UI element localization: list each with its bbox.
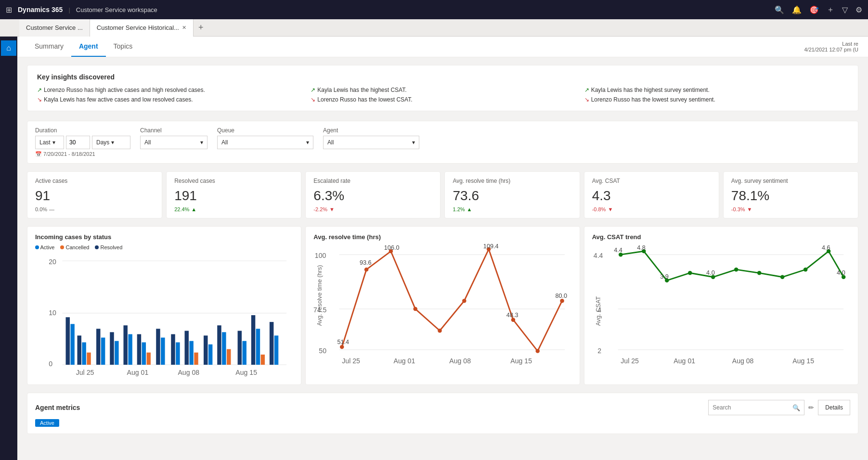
csat-title: Avg. CSAT trend: [592, 233, 850, 241]
add-tab-icon[interactable]: +: [194, 23, 208, 33]
kpi-value-resolved: 191: [174, 188, 293, 204]
svg-rect-16: [123, 325, 127, 365]
svg-text:100: 100: [315, 252, 326, 259]
filters-panel: Duration Last ▾ Days ▾: [27, 121, 858, 164]
svg-text:Aug 01: Aug 01: [127, 369, 149, 376]
kpi-change-csat: -0.8% ▼: [592, 206, 711, 212]
svg-text:0: 0: [49, 360, 52, 368]
insight-up-arrow-5: ↗: [584, 87, 589, 93]
svg-rect-11: [87, 353, 91, 365]
insight-down-arrow-4: ↘: [311, 96, 315, 103]
svg-rect-24: [176, 342, 180, 365]
main-content: Summary Agent Topics Last re 4/21/2021 1…: [17, 37, 868, 460]
close-tab-icon[interactable]: ✕: [182, 25, 186, 31]
arrow-up-icon: ▲: [191, 206, 196, 212]
channel-filter: Channel All ▾: [140, 127, 207, 149]
tab-topics[interactable]: Topics: [106, 37, 141, 57]
svg-text:48.3: 48.3: [506, 312, 518, 319]
kpi-title-csat: Avg. CSAT: [592, 178, 711, 184]
bell-icon[interactable]: 🔔: [792, 5, 802, 14]
svg-rect-10: [82, 342, 86, 365]
insight-item-5: ↗ Kayla Lewis has the highest survey sen…: [584, 87, 848, 93]
legend-cancelled: Cancelled: [60, 244, 89, 250]
agent-metrics-controls: 🔍 ✏ Details: [708, 400, 850, 415]
svg-rect-9: [78, 335, 81, 365]
svg-rect-34: [242, 341, 246, 365]
chart-legend: Active Cancelled Resolved: [35, 244, 293, 250]
svg-rect-27: [194, 353, 198, 365]
agent-metrics-card: Agent metrics 🔍 ✏ Details Active: [27, 393, 858, 434]
top-nav-icons: 🔍 🔔 🎯 ＋ ▽ ⚙: [775, 5, 862, 15]
kpi-value-csat: 4.3: [592, 188, 711, 204]
plus-icon[interactable]: ＋: [827, 5, 834, 15]
details-button[interactable]: Details: [818, 400, 850, 415]
grid-icon[interactable]: ⊞: [6, 5, 12, 14]
svg-text:4.8: 4.8: [637, 244, 646, 251]
svg-text:4.0: 4.0: [706, 270, 715, 277]
kpi-resolve-time: Avg. resolve time (hrs) 73.6 1.2% ▲: [444, 171, 580, 218]
insight-item-4: ↘ Lorenzo Russo has the lowest CSAT.: [311, 96, 574, 103]
svg-text:Jul 25: Jul 25: [76, 369, 94, 376]
queue-filter: Queue All ▾: [217, 127, 313, 149]
charts-row: Incoming cases by status Active Cancelle…: [27, 226, 858, 385]
duration-select[interactable]: Last ▾: [35, 136, 64, 149]
resolve-time-chart: Avg. resolve time (hrs) 100 74.5 50: [305, 226, 580, 385]
kpi-change-active: 0.0% —: [35, 206, 154, 212]
nav-separator: |: [68, 6, 70, 13]
svg-text:4.4: 4.4: [614, 247, 622, 254]
svg-text:Aug 01: Aug 01: [394, 357, 415, 365]
resolve-time-svg: 100 74.5 50: [313, 244, 571, 367]
kpi-csat: Avg. CSAT 4.3 -0.8% ▼: [584, 171, 719, 218]
insight-down-arrow-2: ↘: [37, 96, 42, 103]
insight-item-6: ↘ Lorenzo Russo has the lowest survey se…: [584, 96, 848, 103]
legend-dot-cancelled: [60, 245, 64, 249]
sidebar: ⌂: [0, 37, 17, 460]
insights-card: Key insights discovered ↗ Lorenzo Russo …: [27, 65, 858, 111]
dash-icon: —: [49, 206, 54, 212]
kpi-value-sentiment: 78.1%: [731, 188, 850, 204]
channel-select[interactable]: All ▾: [140, 136, 207, 149]
legend-resolved: Resolved: [95, 244, 122, 250]
sidebar-home-icon[interactable]: ⌂: [1, 40, 16, 56]
tab-summary[interactable]: Summary: [27, 37, 71, 57]
svg-point-55: [462, 299, 466, 303]
csat-trend-svg: 4.4 4 2: [592, 244, 850, 367]
svg-rect-33: [238, 331, 242, 365]
tab-customer-service[interactable]: Customer Service ...: [19, 19, 90, 37]
kpi-value-resolve: 73.6: [453, 188, 571, 204]
csat-trend-chart: Avg. CSAT trend 4.4 4 2: [584, 226, 858, 385]
svg-text:2: 2: [597, 347, 601, 355]
last-refresh: Last re 4/21/2021 12:07 pm (U: [804, 41, 858, 52]
agent-filter: Agent All ▾: [323, 127, 419, 149]
active-badge[interactable]: Active: [35, 419, 59, 427]
svg-rect-18: [137, 334, 141, 365]
svg-text:4.0: 4.0: [837, 270, 845, 277]
target-icon[interactable]: 🎯: [809, 5, 819, 14]
tab-agent[interactable]: Agent: [71, 37, 106, 57]
tab-historical[interactable]: Customer Service Historical... ✕: [90, 19, 194, 37]
settings-icon[interactable]: ⚙: [855, 5, 862, 14]
agent-select[interactable]: All ▾: [323, 136, 419, 149]
filter-icon[interactable]: ▽: [842, 5, 848, 14]
svg-text:20: 20: [49, 258, 56, 266]
svg-rect-20: [146, 353, 150, 365]
search-icon[interactable]: 🔍: [775, 5, 784, 14]
content-area: Key insights discovered ↗ Lorenzo Russo …: [17, 57, 868, 442]
svg-point-58: [536, 349, 540, 353]
svg-rect-15: [115, 341, 118, 365]
duration-unit-select[interactable]: Days ▾: [92, 136, 130, 149]
insight-item-3: ↗ Kayla Lewis has the highest CSAT.: [311, 87, 574, 93]
page-tabs: Summary Agent Topics Last re 4/21/2021 1…: [17, 37, 868, 57]
arrow-down-icon-2: ▼: [608, 206, 613, 212]
kpi-change-escalated: -2.2% ▼: [313, 206, 432, 212]
filters-row: Duration Last ▾ Days ▾: [35, 127, 850, 149]
svg-text:Aug 08: Aug 08: [450, 357, 471, 365]
svg-text:80.0: 80.0: [556, 293, 568, 299]
duration-number-input[interactable]: [66, 136, 90, 149]
svg-rect-28: [204, 335, 207, 365]
incoming-chart-svg: 20 10 0 Incoming cases: [35, 254, 293, 376]
svg-text:10: 10: [49, 309, 56, 317]
queue-select[interactable]: All ▾: [217, 136, 313, 149]
edit-icon[interactable]: ✏: [808, 404, 814, 411]
search-input[interactable]: [713, 404, 790, 411]
